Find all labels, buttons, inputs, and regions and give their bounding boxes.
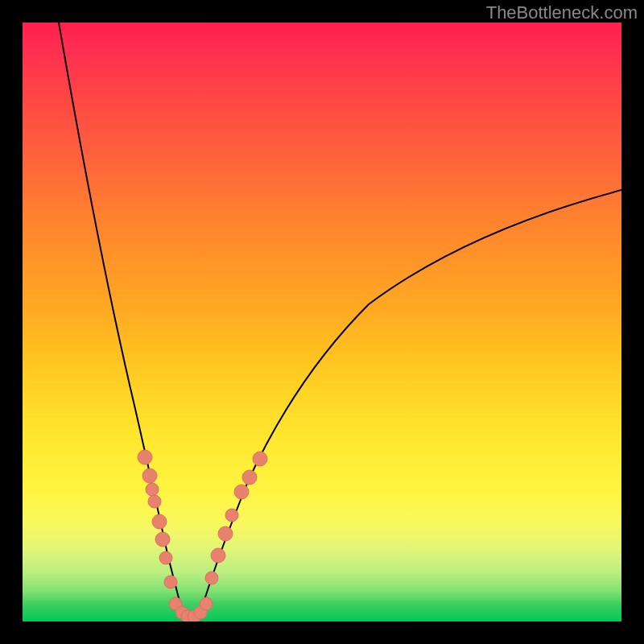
watermark-text: TheBottleneck.com	[486, 2, 638, 23]
chart-svg	[23, 23, 621, 621]
svg-point-19	[242, 470, 257, 485]
svg-point-7	[164, 576, 177, 588]
svg-point-3	[148, 495, 161, 508]
chart-container: TheBottleneck.com	[0, 0, 644, 644]
svg-point-15	[211, 548, 225, 563]
svg-point-4	[152, 514, 167, 529]
svg-point-17	[225, 509, 238, 522]
svg-point-14	[205, 572, 218, 584]
svg-point-20	[253, 452, 267, 466]
svg-point-13	[200, 597, 213, 610]
bottom-arc-markers	[169, 597, 213, 621]
curve-right-branch	[201, 190, 621, 610]
svg-point-5	[155, 532, 170, 547]
right-branch-markers	[205, 452, 267, 584]
svg-point-16	[218, 526, 233, 541]
svg-point-18	[234, 485, 249, 499]
svg-point-6	[159, 551, 172, 564]
svg-point-0	[138, 450, 152, 464]
svg-point-2	[146, 483, 159, 496]
svg-point-1	[142, 469, 157, 483]
